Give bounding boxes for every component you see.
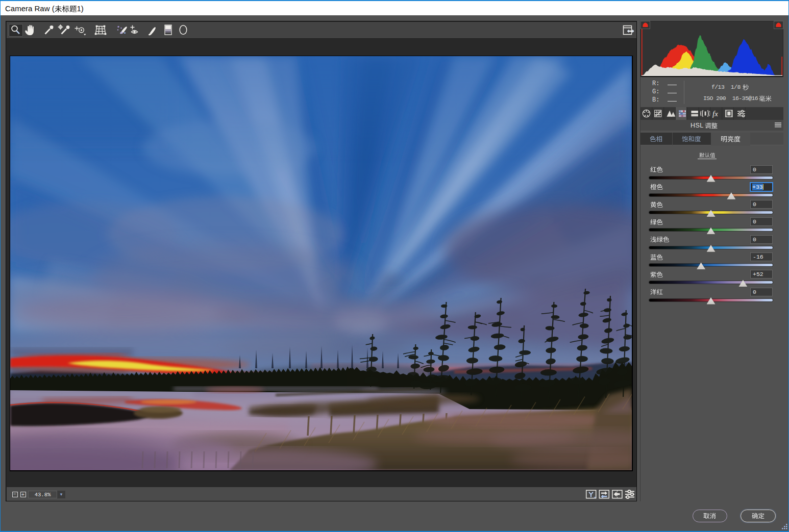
svg-text:fx: fx xyxy=(712,110,718,118)
